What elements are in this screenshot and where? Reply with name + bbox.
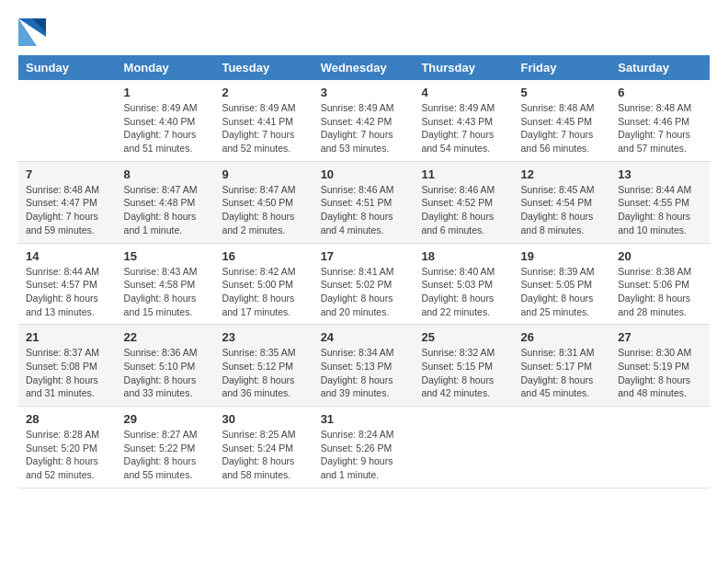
calendar-cell: 14Sunrise: 8:44 AM Sunset: 4:57 PM Dayli… [18, 243, 117, 325]
day-number: 23 [222, 330, 305, 344]
calendar-cell: 9Sunrise: 8:47 AM Sunset: 4:50 PM Daylig… [214, 161, 313, 243]
calendar-cell: 19Sunrise: 8:39 AM Sunset: 5:05 PM Dayli… [513, 243, 610, 325]
calendar-cell: 23Sunrise: 8:35 AM Sunset: 5:12 PM Dayli… [214, 325, 313, 407]
day-info: Sunrise: 8:44 AM Sunset: 4:57 PM Dayligh… [26, 265, 109, 319]
weekday-header-wednesday: Wednesday [313, 55, 415, 80]
week-row-4: 21Sunrise: 8:37 AM Sunset: 5:08 PM Dayli… [18, 325, 710, 407]
calendar-cell [18, 80, 117, 161]
calendar-cell: 20Sunrise: 8:38 AM Sunset: 5:06 PM Dayli… [610, 243, 710, 325]
day-info: Sunrise: 8:48 AM Sunset: 4:45 PM Dayligh… [520, 101, 603, 155]
week-row-5: 28Sunrise: 8:28 AM Sunset: 5:20 PM Dayli… [18, 407, 710, 488]
calendar-cell: 3Sunrise: 8:49 AM Sunset: 4:42 PM Daylig… [313, 80, 415, 161]
day-info: Sunrise: 8:47 AM Sunset: 4:50 PM Dayligh… [222, 183, 305, 237]
day-number: 17 [321, 249, 407, 263]
day-info: Sunrise: 8:36 AM Sunset: 5:10 PM Dayligh… [124, 346, 208, 400]
calendar-cell: 31Sunrise: 8:24 AM Sunset: 5:26 PM Dayli… [313, 407, 415, 488]
day-info: Sunrise: 8:35 AM Sunset: 5:12 PM Dayligh… [222, 346, 305, 400]
day-info: Sunrise: 8:45 AM Sunset: 4:54 PM Dayligh… [520, 183, 603, 237]
calendar-cell: 1Sunrise: 8:49 AM Sunset: 4:40 PM Daylig… [117, 80, 215, 161]
day-info: Sunrise: 8:46 AM Sunset: 4:52 PM Dayligh… [421, 183, 506, 237]
day-number: 18 [421, 249, 506, 263]
week-row-2: 7Sunrise: 8:48 AM Sunset: 4:47 PM Daylig… [18, 161, 710, 243]
day-number: 19 [520, 249, 603, 263]
calendar-cell: 30Sunrise: 8:25 AM Sunset: 5:24 PM Dayli… [214, 407, 313, 488]
day-number: 13 [618, 167, 702, 181]
calendar-header: SundayMondayTuesdayWednesdayThursdayFrid… [18, 55, 710, 80]
day-number: 28 [26, 412, 109, 426]
calendar-table: SundayMondayTuesdayWednesdayThursdayFrid… [18, 55, 710, 488]
calendar-cell: 8Sunrise: 8:47 AM Sunset: 4:48 PM Daylig… [117, 161, 215, 243]
calendar-cell: 16Sunrise: 8:42 AM Sunset: 5:00 PM Dayli… [214, 243, 313, 325]
day-info: Sunrise: 8:27 AM Sunset: 5:22 PM Dayligh… [124, 428, 208, 482]
calendar-cell: 7Sunrise: 8:48 AM Sunset: 4:47 PM Daylig… [18, 161, 117, 243]
day-info: Sunrise: 8:49 AM Sunset: 4:43 PM Dayligh… [421, 101, 506, 155]
calendar-cell: 17Sunrise: 8:41 AM Sunset: 5:02 PM Dayli… [313, 243, 415, 325]
weekday-header-friday: Friday [513, 55, 610, 80]
calendar-cell: 29Sunrise: 8:27 AM Sunset: 5:22 PM Dayli… [117, 407, 215, 488]
day-info: Sunrise: 8:28 AM Sunset: 5:20 PM Dayligh… [26, 428, 109, 482]
day-info: Sunrise: 8:47 AM Sunset: 4:48 PM Dayligh… [124, 183, 208, 237]
day-info: Sunrise: 8:43 AM Sunset: 4:58 PM Dayligh… [124, 265, 208, 319]
weekday-header-monday: Monday [117, 55, 215, 80]
week-row-1: 1Sunrise: 8:49 AM Sunset: 4:40 PM Daylig… [18, 80, 710, 161]
day-info: Sunrise: 8:25 AM Sunset: 5:24 PM Dayligh… [222, 428, 305, 482]
logo [18, 18, 50, 46]
day-info: Sunrise: 8:31 AM Sunset: 5:17 PM Dayligh… [520, 346, 603, 400]
day-info: Sunrise: 8:46 AM Sunset: 4:51 PM Dayligh… [321, 183, 407, 237]
day-info: Sunrise: 8:49 AM Sunset: 4:41 PM Dayligh… [222, 101, 305, 155]
weekday-header-saturday: Saturday [610, 55, 710, 80]
calendar-cell [610, 407, 710, 488]
calendar-cell [414, 407, 513, 488]
day-info: Sunrise: 8:39 AM Sunset: 5:05 PM Dayligh… [520, 265, 603, 319]
calendar-cell: 2Sunrise: 8:49 AM Sunset: 4:41 PM Daylig… [214, 80, 313, 161]
day-number: 5 [520, 86, 603, 99]
calendar-cell [513, 407, 610, 488]
day-info: Sunrise: 8:30 AM Sunset: 5:19 PM Dayligh… [618, 346, 702, 400]
weekday-header-tuesday: Tuesday [214, 55, 313, 80]
day-number: 30 [222, 412, 305, 426]
day-number: 27 [618, 330, 702, 344]
logo-icon [18, 18, 46, 46]
day-info: Sunrise: 8:37 AM Sunset: 5:08 PM Dayligh… [26, 346, 109, 400]
calendar-cell: 6Sunrise: 8:48 AM Sunset: 4:46 PM Daylig… [610, 80, 710, 161]
calendar-cell: 4Sunrise: 8:49 AM Sunset: 4:43 PM Daylig… [414, 80, 513, 161]
day-number: 29 [124, 412, 208, 426]
day-number: 20 [618, 249, 702, 263]
calendar-cell: 21Sunrise: 8:37 AM Sunset: 5:08 PM Dayli… [18, 325, 117, 407]
weekday-header-row: SundayMondayTuesdayWednesdayThursdayFrid… [18, 55, 710, 80]
week-row-3: 14Sunrise: 8:44 AM Sunset: 4:57 PM Dayli… [18, 243, 710, 325]
weekday-header-thursday: Thursday [414, 55, 513, 80]
calendar-cell: 22Sunrise: 8:36 AM Sunset: 5:10 PM Dayli… [117, 325, 215, 407]
day-number: 14 [26, 249, 109, 263]
day-number: 26 [520, 330, 603, 344]
day-number: 12 [520, 167, 603, 181]
day-info: Sunrise: 8:40 AM Sunset: 5:03 PM Dayligh… [421, 265, 506, 319]
day-info: Sunrise: 8:38 AM Sunset: 5:06 PM Dayligh… [618, 265, 702, 319]
day-number: 25 [421, 330, 506, 344]
day-info: Sunrise: 8:48 AM Sunset: 4:46 PM Dayligh… [618, 101, 702, 155]
day-number: 9 [222, 167, 305, 181]
calendar-cell: 12Sunrise: 8:45 AM Sunset: 4:54 PM Dayli… [513, 161, 610, 243]
day-info: Sunrise: 8:48 AM Sunset: 4:47 PM Dayligh… [26, 183, 109, 237]
day-info: Sunrise: 8:42 AM Sunset: 5:00 PM Dayligh… [222, 265, 305, 319]
calendar-cell: 10Sunrise: 8:46 AM Sunset: 4:51 PM Dayli… [313, 161, 415, 243]
calendar-body: 1Sunrise: 8:49 AM Sunset: 4:40 PM Daylig… [18, 80, 710, 488]
day-info: Sunrise: 8:32 AM Sunset: 5:15 PM Dayligh… [421, 346, 506, 400]
weekday-header-sunday: Sunday [18, 55, 117, 80]
day-number: 1 [124, 86, 208, 99]
day-number: 3 [321, 86, 407, 99]
day-info: Sunrise: 8:49 AM Sunset: 4:40 PM Dayligh… [124, 101, 208, 155]
day-number: 16 [222, 249, 305, 263]
calendar-cell: 25Sunrise: 8:32 AM Sunset: 5:15 PM Dayli… [414, 325, 513, 407]
day-number: 31 [321, 412, 407, 426]
calendar-cell: 18Sunrise: 8:40 AM Sunset: 5:03 PM Dayli… [414, 243, 513, 325]
calendar-cell: 15Sunrise: 8:43 AM Sunset: 4:58 PM Dayli… [117, 243, 215, 325]
day-number: 11 [421, 167, 506, 181]
calendar-cell: 28Sunrise: 8:28 AM Sunset: 5:20 PM Dayli… [18, 407, 117, 488]
calendar-cell: 11Sunrise: 8:46 AM Sunset: 4:52 PM Dayli… [414, 161, 513, 243]
day-number: 4 [421, 86, 506, 99]
day-number: 2 [222, 86, 305, 99]
day-number: 21 [26, 330, 109, 344]
day-number: 10 [321, 167, 407, 181]
day-info: Sunrise: 8:41 AM Sunset: 5:02 PM Dayligh… [321, 265, 407, 319]
